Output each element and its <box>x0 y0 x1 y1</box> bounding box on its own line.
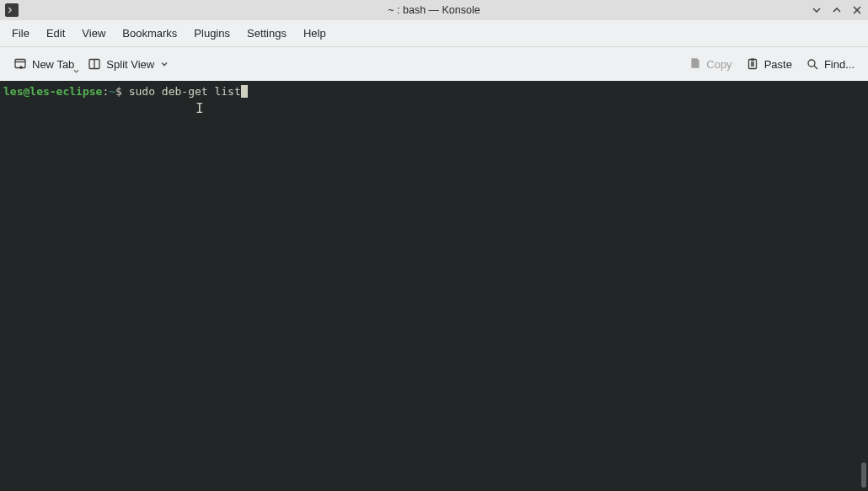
terminal[interactable]: les@les-eclipse:~$ sudo deb-get list I <box>0 81 860 491</box>
chevron-down-icon[interactable] <box>161 57 168 71</box>
chevron-down-icon[interactable] <box>73 64 79 77</box>
window-title: ~ : bash — Konsole <box>0 4 868 16</box>
new-tab-button[interactable]: New Tab <box>7 53 81 75</box>
new-tab-icon <box>13 57 27 71</box>
paste-icon <box>746 57 759 71</box>
split-view-button[interactable]: Split View <box>81 53 174 75</box>
text-cursor-ibeam-icon: I <box>196 101 204 116</box>
titlebar: ~ : bash — Konsole <box>0 0 868 20</box>
minimize-button[interactable] <box>811 4 822 16</box>
paste-button[interactable]: Paste <box>739 53 799 75</box>
menu-plugins[interactable]: Plugins <box>185 22 238 45</box>
window-controls <box>811 4 863 16</box>
menu-help[interactable]: Help <box>295 22 335 45</box>
menu-bookmarks[interactable]: Bookmarks <box>114 22 185 45</box>
paste-label: Paste <box>764 58 792 71</box>
terminal-area: les@les-eclipse:~$ sudo deb-get list I <box>0 81 868 491</box>
scrollbar[interactable] <box>860 81 868 491</box>
search-icon <box>806 57 819 71</box>
svg-rect-0 <box>15 60 25 68</box>
konsole-window: ~ : bash — Konsole File Edit View Bookma… <box>0 0 868 491</box>
menu-file[interactable]: File <box>3 22 38 45</box>
find-button[interactable]: Find... <box>799 53 861 75</box>
scrollbar-thumb[interactable] <box>861 462 866 488</box>
svg-point-4 <box>808 60 815 67</box>
menu-view[interactable]: View <box>73 22 114 45</box>
svg-rect-3 <box>751 59 754 61</box>
prompt-user: les@les-eclipse <box>3 85 102 98</box>
menu-settings[interactable]: Settings <box>238 22 295 45</box>
split-view-label: Split View <box>106 58 154 71</box>
menubar: File Edit View Bookmarks Plugins Setting… <box>0 20 868 47</box>
prompt-path: ~ <box>109 85 115 98</box>
prompt-dollar: $ <box>115 85 129 98</box>
copy-button: Copy <box>681 53 738 75</box>
new-tab-label: New Tab <box>32 58 74 71</box>
command-text: sudo deb-get list <box>129 85 241 98</box>
terminal-cursor <box>241 85 248 98</box>
toolbar: New Tab Split View Copy Paste <box>0 47 868 81</box>
close-button[interactable] <box>851 4 863 16</box>
konsole-app-icon <box>5 3 19 17</box>
menu-edit[interactable]: Edit <box>38 22 73 45</box>
copy-label: Copy <box>706 58 731 71</box>
maximize-button[interactable] <box>831 4 843 16</box>
copy-icon <box>688 57 701 71</box>
split-view-icon <box>88 57 101 71</box>
find-label: Find... <box>824 58 855 71</box>
